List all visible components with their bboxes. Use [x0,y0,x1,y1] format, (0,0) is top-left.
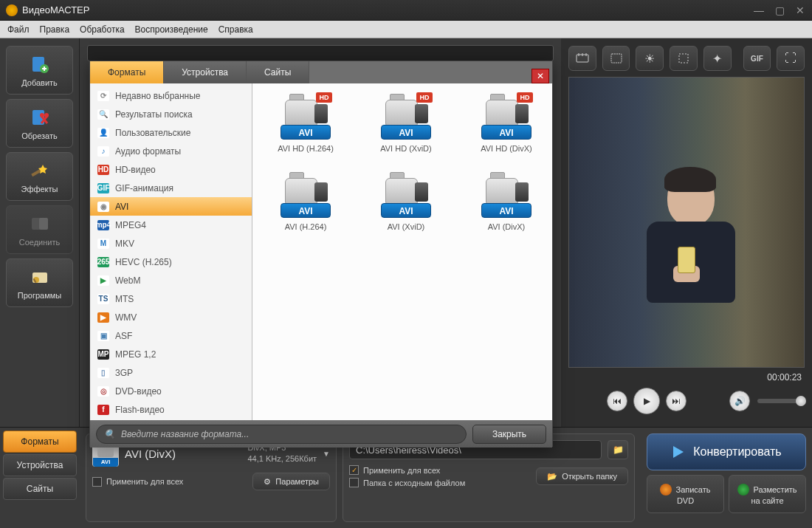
titlebar: ВидеоМАСТЕР — ▢ ✕ [0,0,812,21]
close-button[interactable]: ✕ [794,5,806,16]
format-AVI HD (XviD)[interactable]: AVIHDAVI HD (XviD) [371,94,441,153]
svg-marker-17 [673,446,684,458]
prog-icon [29,266,51,288]
category-Flash-видео[interactable]: fFlash-видео [90,400,252,419]
menu-Воспроизведение[interactable]: Воспроизведение [135,24,208,35]
category-HEVC (H.265)[interactable]: 265HEVC (H.265) [90,253,252,271]
format-AVI HD (DivX)[interactable]: AVIHDAVI HD (DivX) [471,94,542,153]
sidebar-fx-button[interactable]: Эффекты [6,152,73,201]
format-AVI (DivX)[interactable]: AVIAVI (DivX) [471,172,542,231]
format-apply-all-checkbox[interactable]: Применить для всех [92,477,183,487]
category-icon: ▶ [97,275,109,286]
preview-content [639,170,743,303]
brightness-button[interactable]: ☀ [636,46,664,71]
footer-tab-Устройства[interactable]: Устройства [3,454,77,476]
category-3GP[interactable]: ▯3GP [90,363,252,382]
play-button[interactable]: ▶ [633,388,660,414]
prev-button[interactable]: ⏮ [607,391,627,411]
action-panel: Конвертировать Записать DVD Разместить н… [641,428,812,528]
category-ASF[interactable]: ▣ASF [90,326,252,345]
minimize-button[interactable]: — [753,5,765,16]
format-AVI HD (H.264)[interactable]: AVIHDAVI HD (H.264) [270,94,341,153]
category-QuickTime (MOV)[interactable]: QQuickTime (MOV) [90,419,252,420]
gif-button[interactable]: GIF [743,46,771,71]
category-icon: M [97,239,109,249]
category-Недавно выбранные[interactable]: ⟳Недавно выбранные [90,86,252,105]
convert-button[interactable]: Конвертировать [647,433,806,470]
right-pane: ☀ ✦ GIF ⛶ 00:00:23 ⏮ ▶ ⏭ 🔊 [561,38,812,427]
category-icon: f [97,405,109,415]
category-AVI[interactable]: ◉AVI [90,197,252,216]
footer-tab-Форматы[interactable]: Форматы [3,431,77,453]
path-apply-all-checkbox[interactable]: Применить для всех [349,465,465,475]
format-AVI (XviD)[interactable]: AVIAVI (XviD) [371,172,441,231]
format-name: AVI (DivX) [125,448,241,460]
format-search-input[interactable]: 🔍 Введите название формата... [96,425,467,444]
browse-button[interactable]: 📁 [608,440,628,459]
crop-button[interactable] [670,46,698,71]
category-HD-видео[interactable]: HDHD-видео [90,160,252,179]
format-dropdown-icon[interactable]: ▼ [323,450,330,458]
disk-icon [660,484,672,496]
menu-Правка[interactable]: Правка [40,24,70,35]
speed-button[interactable]: ✦ [703,46,732,71]
format-grid: AVIHDAVI HD (H.264)AVIHDAVI HD (XviD)AVI… [252,83,552,420]
footer-tab-Сайты[interactable]: Сайты [3,478,77,500]
svg-rect-7 [39,218,48,230]
file-search-input[interactable] [87,45,554,61]
sidebar-prog-button[interactable]: Программы [6,258,73,307]
category-WebM[interactable]: ▶WebM [90,271,252,289]
video-preview[interactable] [568,77,805,368]
menu-Файл[interactable]: Файл [7,24,30,35]
volume-slider[interactable] [757,399,802,403]
playback-controls: ⏮ ▶ ⏭ 🔊 [568,383,805,419]
sidebar-crop-button[interactable]: Обрезать [6,99,73,148]
dialog-tab-Сайты[interactable]: Сайты [247,61,309,83]
category-GIF-анимация[interactable]: GIFGIF-анимация [90,179,252,197]
dialog-tab-Форматы[interactable]: Форматы [90,61,164,83]
burn-dvd-button[interactable]: Записать DVD [647,475,724,513]
publish-button[interactable]: Разместить на сайте [729,475,806,513]
category-list: ⟳Недавно выбранные🔍Результаты поиска👤Пол… [90,83,252,420]
category-icon: ⟳ [97,91,109,101]
crop-icon [29,106,51,128]
volume-button[interactable]: 🔊 [729,391,750,411]
next-button[interactable]: ⏭ [666,391,687,411]
category-DVD-видео[interactable]: ◎DVD-видео [90,382,252,400]
category-Аудио форматы[interactable]: ♪Аудио форматы [90,142,252,160]
category-MPEG 1,2[interactable]: MPMPEG 1,2 [90,345,252,363]
left-toolbar: ДобавитьОбрезатьЭффектыСоединитьПрограмм… [0,38,80,427]
dialog-tab-Устройства[interactable]: Устройства [164,61,247,83]
fullscreen-button[interactable]: ⛶ [777,46,805,71]
format-dialog: ФорматыУстройстваСайты✕ ⟳Недавно выбранн… [89,61,553,447]
menubar: ФайлПравкаОбработкаВоспроизведениеСправк… [0,21,812,38]
category-Результаты поиска[interactable]: 🔍Результаты поиска [90,105,252,123]
category-icon: 🔍 [97,109,109,120]
category-icon: GIF [97,183,109,193]
format-AVI (H.264)[interactable]: AVIAVI (H.264) [270,172,341,231]
source-folder-checkbox[interactable]: Папка с исходным файлом [349,478,465,487]
category-icon: ▶ [97,312,109,323]
svg-rect-15 [611,54,622,63]
category-icon: HD [97,165,109,175]
enhance1-button[interactable] [568,46,596,71]
category-MPEG4[interactable]: mp4MPEG4 [90,216,252,234]
category-MTS[interactable]: TSMTS [90,289,252,308]
category-icon: TS [97,294,109,304]
category-MKV[interactable]: MMKV [90,234,252,253]
add-icon [29,53,51,75]
category-icon: 👤 [97,128,109,138]
dialog-x-button[interactable]: ✕ [531,69,549,83]
dialog-close-button[interactable]: Закрыть [472,425,546,444]
enhance2-button[interactable] [602,46,630,71]
menu-Справка[interactable]: Справка [219,24,253,35]
menu-Обработка[interactable]: Обработка [80,24,125,35]
category-Пользовательские[interactable]: 👤Пользовательские [90,123,252,142]
category-icon: ◎ [97,386,109,397]
format-audio: 44,1 KHz, 256Кбит [247,453,317,464]
sidebar-add-button[interactable]: Добавить [6,46,73,95]
category-WMV[interactable]: ▶WMV [90,308,252,326]
open-folder-button[interactable]: 📂Открыть папку [536,467,628,485]
maximize-button[interactable]: ▢ [774,5,785,16]
params-button[interactable]: ⚙ Параметры [252,473,330,490]
